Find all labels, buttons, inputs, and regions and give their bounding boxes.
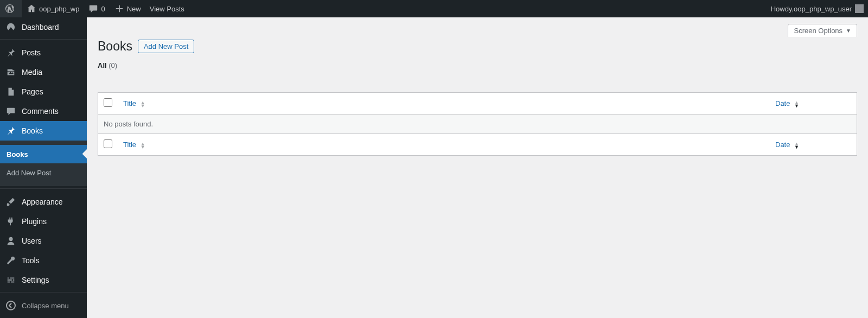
dashboard-icon [5, 22, 16, 33]
brush-icon [5, 196, 16, 207]
sidebar-item-label: Posts [22, 48, 41, 57]
empty-state-text: No posts found. [98, 114, 857, 134]
pin-icon [5, 125, 16, 136]
plug-icon [5, 216, 16, 227]
page-title: Books [98, 39, 132, 54]
column-footer-date[interactable]: Date ▲▼ [770, 134, 857, 155]
select-all-checkbox-bottom[interactable] [104, 139, 112, 148]
avatar-icon [855, 4, 864, 13]
screen-options-button[interactable]: Screen Options ▼ [788, 24, 857, 37]
sidebar-subitem-label: Add New Post [7, 169, 51, 177]
sidebar-item-label: Plugins [22, 217, 47, 226]
sidebar-item-label: Media [22, 68, 42, 77]
sidebar-item-comments[interactable]: Comments [0, 101, 87, 121]
media-icon [5, 67, 16, 78]
adminbar-new-label: New [127, 5, 141, 13]
adminbar-comments-count: 0 [101, 5, 105, 13]
sidebar-item-pages[interactable]: Pages [0, 82, 87, 101]
add-new-post-button[interactable]: Add New Post [138, 40, 194, 53]
screen-options-label: Screen Options [794, 27, 843, 35]
sidebar-item-plugins[interactable]: Plugins [0, 212, 87, 231]
select-all-checkbox-top[interactable] [104, 98, 112, 107]
adminbar-site-name[interactable]: oop_php_wp [22, 0, 84, 17]
sidebar-item-label: Tools [22, 256, 40, 265]
adminbar-new[interactable]: New [110, 0, 145, 17]
pin-icon [5, 47, 16, 58]
sort-icon: ▲▼ [141, 142, 145, 149]
sidebar-item-label: Pages [22, 87, 43, 96]
list-filter[interactable]: All (0) [98, 61, 857, 69]
column-footer-title[interactable]: Title ▲▼ [118, 134, 770, 155]
sort-icon: ▲▼ [794, 101, 799, 107]
sidebar-item-label: Comments [22, 107, 59, 116]
sidebar-item-users[interactable]: Users [0, 231, 87, 251]
wordpress-icon [4, 3, 15, 14]
sidebar-item-books[interactable]: Books [0, 121, 87, 141]
adminbar-view-posts[interactable]: View Posts [145, 0, 189, 17]
comment-icon [5, 106, 16, 117]
collapse-menu-button[interactable]: Collapse menu [0, 296, 87, 315]
page-icon [5, 86, 16, 97]
column-date-label: Date [775, 141, 790, 149]
adminbar-howdy-prefix: Howdy, [771, 5, 794, 13]
wrench-icon [5, 255, 16, 266]
column-header-date[interactable]: Date ▲▼ [770, 93, 857, 114]
column-header-title[interactable]: Title ▲▼ [118, 93, 770, 114]
collapse-menu-label: Collapse menu [22, 302, 69, 310]
sidebar-item-tools[interactable]: Tools [0, 251, 87, 270]
sidebar-item-media[interactable]: Media [0, 62, 87, 82]
home-icon [26, 3, 37, 14]
sliders-icon [5, 275, 16, 285]
adminbar-view-posts-label: View Posts [150, 5, 184, 13]
sidebar-subitem-label: Books [7, 150, 28, 158]
adminbar-wp-logo[interactable] [0, 0, 22, 17]
sidebar-item-label: Users [22, 237, 42, 245]
user-icon [5, 236, 16, 246]
filter-all-label: All [98, 61, 107, 69]
sort-icon: ▲▼ [141, 101, 145, 107]
comment-icon [88, 3, 99, 14]
sidebar-item-label: Books [22, 126, 43, 135]
adminbar-comments[interactable]: 0 [84, 0, 109, 17]
sidebar-subitem-add-new-post[interactable]: Add New Post [0, 163, 87, 182]
sidebar-item-settings[interactable]: Settings [0, 270, 87, 290]
filter-all-count: (0) [108, 61, 117, 69]
sort-icon: ▲▼ [794, 142, 799, 149]
sidebar-item-posts[interactable]: Posts [0, 43, 87, 62]
column-title-label: Title [123, 141, 136, 149]
adminbar-user-name: oop_php_wp_user [794, 5, 852, 13]
adminbar-my-account[interactable]: Howdy, oop_php_wp_user [767, 0, 868, 17]
sidebar-item-dashboard[interactable]: Dashboard [0, 17, 87, 37]
sidebar-item-label: Dashboard [22, 23, 59, 31]
collapse-icon [5, 300, 16, 311]
sidebar-subitem-books[interactable]: Books [0, 145, 87, 163]
sidebar-item-appearance[interactable]: Appearance [0, 192, 87, 212]
adminbar-site-name-label: oop_php_wp [39, 5, 79, 13]
sidebar-item-label: Appearance [22, 198, 63, 206]
column-title-label: Title [123, 99, 136, 107]
chevron-down-icon: ▼ [846, 28, 851, 34]
sidebar-item-label: Settings [22, 276, 49, 284]
column-date-label: Date [775, 99, 790, 107]
plus-icon [114, 3, 125, 14]
